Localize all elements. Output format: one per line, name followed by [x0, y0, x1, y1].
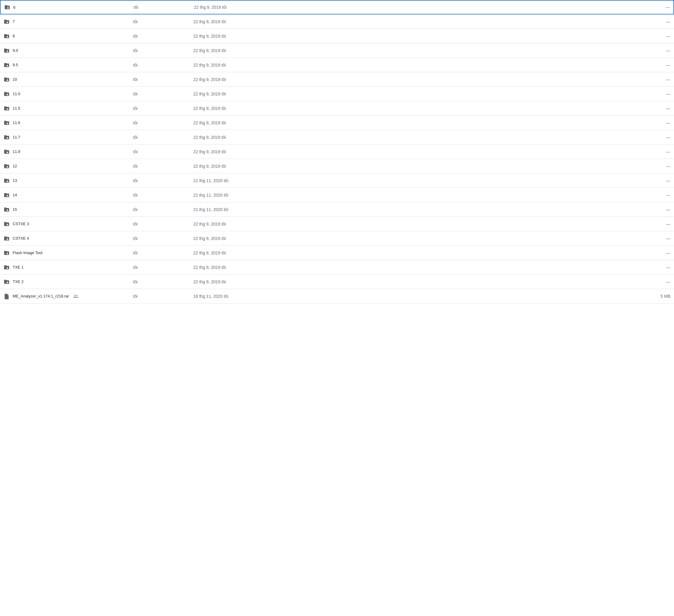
col-owner: tôi	[133, 77, 193, 82]
col-owner: tôi	[133, 265, 193, 270]
col-name: Flash Image Tool	[4, 250, 133, 256]
col-name: TXE 1	[4, 264, 133, 270]
list-item[interactable]: 11.6 tôi 22 thg 9, 2019 tôi —	[0, 116, 674, 130]
folder-shared-icon	[4, 19, 10, 25]
list-item[interactable]: 13 tôi 21 thg 11, 2020 tôi —	[0, 173, 674, 188]
col-date: 22 thg 9, 2019 tôi	[193, 164, 634, 168]
list-item[interactable]: 11.0 tôi 22 thg 9, 2019 tôi —	[0, 87, 674, 101]
col-owner: tôi	[133, 222, 193, 226]
list-item[interactable]: 9.0 tôi 22 thg 9, 2019 tôi —	[0, 43, 674, 58]
col-date: 22 thg 9, 2019 tôi	[193, 92, 634, 96]
item-name: 10	[13, 77, 17, 82]
item-name: 13	[13, 178, 17, 183]
list-item[interactable]: 11.8 tôi 22 thg 9, 2019 tôi —	[0, 144, 674, 159]
col-size: —	[634, 19, 670, 24]
col-size: —	[634, 193, 670, 198]
col-name: 11.7	[4, 134, 133, 140]
folder-shared-icon	[4, 47, 10, 53]
list-item[interactable]: 11.7 tôi 22 thg 9, 2019 tôi —	[0, 130, 674, 144]
col-owner: tôi	[133, 193, 193, 198]
item-name: 15	[13, 207, 17, 212]
col-owner: tôi	[133, 120, 193, 125]
col-size: —	[634, 63, 670, 68]
list-item[interactable]: 8 tôi 22 thg 9, 2019 tôi —	[0, 29, 674, 43]
col-owner: tôi	[133, 279, 193, 284]
item-name: 12	[13, 164, 17, 168]
col-size: —	[634, 77, 670, 82]
col-date: 22 thg 9, 2019 tôi	[193, 149, 634, 154]
col-name: 9.5	[4, 62, 133, 68]
list-item[interactable]: 15 tôi 21 thg 11, 2020 tôi —	[0, 202, 674, 217]
file-list: 6 tôi 22 thg 9, 2019 tôi — 7 tôi 22 thg …	[0, 0, 674, 303]
col-date: 22 thg 9, 2019 tôi	[194, 5, 634, 10]
col-size: —	[634, 34, 670, 38]
folder-shared-icon	[4, 149, 10, 155]
col-name: 13	[4, 177, 133, 183]
col-name: 14	[4, 192, 133, 198]
list-item[interactable]: 7 tôi 22 thg 9, 2019 tôi —	[0, 14, 674, 29]
item-name: CSTXE 3	[13, 222, 29, 226]
folder-shared-icon	[4, 120, 10, 126]
folder-shared-icon	[4, 279, 10, 285]
folder-shared-icon	[4, 192, 10, 198]
list-item[interactable]: 9.5 tôi 22 thg 9, 2019 tôi —	[0, 58, 674, 72]
col-owner: tôi	[133, 250, 193, 255]
col-name: 8	[4, 33, 133, 39]
list-item[interactable]: 14 tôi 21 thg 11, 2020 tôi —	[0, 188, 674, 202]
col-size: —	[634, 236, 670, 241]
col-size: —	[634, 250, 670, 255]
col-owner: tôi	[133, 164, 193, 168]
col-size: —	[634, 279, 670, 284]
col-date: 21 thg 11, 2020 tôi	[193, 178, 634, 183]
col-date: 22 thg 9, 2019 tôi	[193, 106, 634, 111]
item-name: CSTXE 4	[13, 236, 29, 241]
col-owner: tôi	[133, 149, 193, 154]
folder-shared-icon	[4, 177, 10, 183]
col-date: 22 thg 9, 2019 tôi	[193, 265, 634, 270]
list-item[interactable]: ME_Analyzer_v1.174.1_r218.rar tôi 16 thg…	[0, 289, 674, 303]
list-item[interactable]: TXE 2 tôi 22 thg 9, 2019 tôi —	[0, 275, 674, 289]
file-icon	[4, 293, 10, 299]
col-name: 11.8	[4, 149, 133, 155]
item-name: 7	[13, 19, 15, 24]
col-size: —	[634, 5, 670, 10]
col-owner: tôi	[133, 19, 193, 24]
item-name: 9.5	[13, 63, 18, 67]
col-size: —	[634, 149, 670, 154]
list-item[interactable]: Flash Image Tool tôi 22 thg 9, 2019 tôi …	[0, 246, 674, 260]
col-date: 22 thg 9, 2019 tôi	[193, 236, 634, 241]
folder-shared-icon	[4, 207, 10, 213]
item-name: 14	[13, 193, 17, 197]
item-name: 11.7	[13, 135, 20, 139]
col-owner: tôi	[133, 48, 193, 53]
list-item[interactable]: 6 tôi 22 thg 9, 2019 tôi —	[0, 0, 674, 14]
folder-shared-icon	[4, 91, 10, 97]
list-item[interactable]: TXE 1 tôi 22 thg 9, 2019 tôi —	[0, 260, 674, 275]
col-size: —	[634, 120, 670, 125]
list-item[interactable]: CSTXE 4 tôi 22 thg 9, 2019 tôi —	[0, 231, 674, 246]
col-name: CSTXE 4	[4, 235, 133, 241]
col-owner: tôi	[133, 236, 193, 241]
item-name: 8	[13, 34, 15, 38]
col-size: —	[634, 135, 670, 140]
folder-shared-icon	[4, 235, 10, 241]
item-name: TXE 2	[13, 279, 23, 284]
list-item[interactable]: CSTXE 3 tôi 22 thg 9, 2019 tôi —	[0, 217, 674, 231]
col-owner: tôi	[133, 207, 193, 212]
folder-shared-icon	[4, 62, 10, 68]
col-owner: tôi	[133, 92, 193, 96]
list-item[interactable]: 12 tôi 22 thg 9, 2019 tôi —	[0, 159, 674, 173]
col-name: 6	[4, 4, 134, 10]
col-date: 22 thg 9, 2019 tôi	[193, 120, 634, 125]
col-name: 11.0	[4, 91, 133, 97]
col-date: 21 thg 11, 2020 tôi	[193, 193, 634, 198]
col-owner: tôi	[134, 5, 194, 10]
folder-shared-icon	[4, 33, 10, 39]
item-name: TXE 1	[13, 265, 23, 269]
col-name: 11.5	[4, 105, 133, 111]
col-name: ME_Analyzer_v1.174.1_r218.rar	[4, 293, 133, 299]
list-item[interactable]: 11.5 tôi 22 thg 9, 2019 tôi —	[0, 101, 674, 116]
col-size: —	[634, 222, 670, 226]
list-item[interactable]: 10 tôi 22 thg 9, 2019 tôi —	[0, 72, 674, 87]
col-owner: tôi	[133, 294, 193, 299]
